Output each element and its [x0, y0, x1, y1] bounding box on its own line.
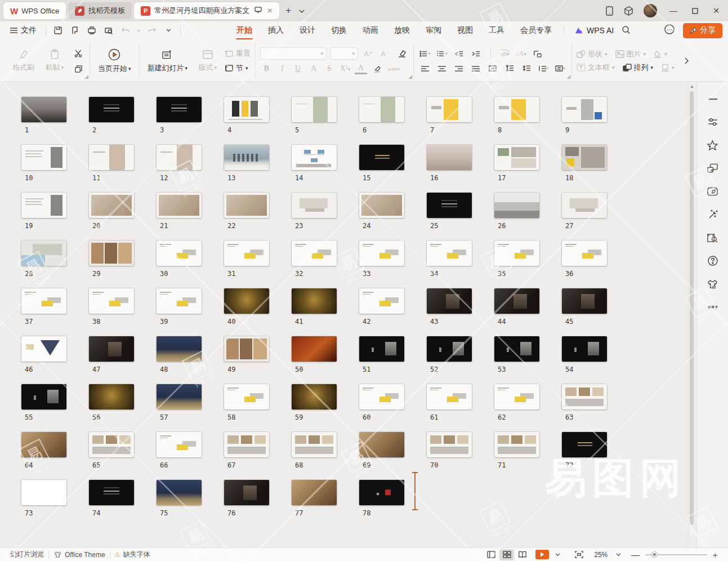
scrollbar-thumb[interactable]	[690, 91, 694, 525]
close-window-button[interactable]: ✕	[707, 2, 726, 19]
slide-thumbnail-21[interactable]	[157, 193, 202, 218]
export-pdf-icon[interactable]	[68, 24, 82, 37]
ribbon-tab-动画[interactable]: 动画	[355, 23, 386, 38]
slide-thumbnail-31[interactable]	[224, 241, 269, 266]
slide-thumbnail-52[interactable]	[427, 336, 472, 362]
slide-thumbnail-46[interactable]	[21, 336, 66, 362]
slide-thumbnail-19[interactable]	[21, 193, 66, 218]
slide-thumbnail-23[interactable]	[292, 193, 337, 218]
wps-ai-button[interactable]: WPS AI	[574, 26, 614, 35]
ribbon-tab-会员专享[interactable]: 会员专享	[513, 23, 559, 38]
slide-thumbnail-2[interactable]	[89, 97, 134, 122]
slide-thumbnail-54[interactable]	[562, 336, 607, 362]
quick-access-chevron-icon[interactable]	[161, 24, 176, 37]
slide-thumbnail-22[interactable]	[224, 193, 269, 218]
ribbon-tab-视图[interactable]: 视图	[450, 23, 480, 38]
slide-thumbnail-39[interactable]	[157, 288, 202, 314]
slide-thumbnail-15[interactable]	[359, 145, 404, 170]
tab-list-chevron-icon[interactable]	[295, 5, 309, 16]
slide-thumbnail-32[interactable]	[292, 241, 337, 266]
slide-thumbnail-7[interactable]	[427, 97, 472, 122]
slide-thumbnail-60[interactable]	[359, 384, 404, 409]
slide-thumbnail-11[interactable]	[89, 145, 134, 170]
slide-thumbnail-41[interactable]	[292, 288, 337, 314]
slide-thumbnail-28[interactable]	[21, 241, 66, 266]
zoom-out-button[interactable]: —	[627, 550, 644, 559]
help-icon[interactable]	[705, 254, 721, 268]
slide-thumbnail-18[interactable]	[562, 145, 607, 170]
slide-thumbnail-33[interactable]	[359, 241, 404, 266]
slide-thumbnail-17[interactable]	[494, 145, 539, 170]
search-icon[interactable]	[622, 25, 631, 36]
minimize-button[interactable]: —	[664, 2, 683, 19]
slide-thumbnail-35[interactable]	[494, 241, 539, 266]
slide-thumbnail-3[interactable]	[157, 97, 202, 122]
find-replace-icon[interactable]	[705, 231, 721, 244]
zoom-slider-knob[interactable]	[652, 552, 657, 557]
slide-thumbnail-69[interactable]	[359, 432, 404, 457]
featured-tools-star-icon[interactable]	[705, 139, 721, 152]
zoom-percentage[interactable]: 25%	[587, 551, 610, 559]
ribbon-tab-插入[interactable]: 插入	[261, 23, 291, 38]
ribbon-tab-切换[interactable]: 切换	[324, 23, 354, 38]
tab-docer-templates[interactable]: 找稻壳模板	[68, 2, 132, 19]
docer-resources-icon[interactable]	[705, 185, 721, 198]
ribbon-tab-工具[interactable]: 工具	[481, 23, 512, 38]
slide-thumbnail-61[interactable]	[427, 384, 472, 409]
share-button[interactable]: 分享	[683, 23, 722, 38]
slide-thumbnail-65[interactable]	[89, 432, 134, 457]
slide-thumbnail-13[interactable]	[224, 145, 269, 170]
vertical-scrollbar[interactable]: ▲	[688, 82, 694, 547]
slide-thumbnail-78[interactable]	[359, 480, 404, 505]
ribbon-expand-chevron-icon[interactable]	[680, 57, 693, 64]
pin-tab-icon[interactable]	[254, 7, 262, 15]
animation-pane-icon[interactable]	[705, 162, 721, 175]
scroll-up-arrow-icon[interactable]: ▲	[690, 84, 694, 89]
slide-thumbnail-4[interactable]	[224, 97, 269, 122]
slide-thumbnail-68[interactable]	[292, 432, 337, 457]
zoom-options-chevron-icon[interactable]	[611, 549, 626, 560]
slide-thumbnail-5[interactable]	[292, 97, 337, 122]
slide-thumbnail-8[interactable]	[494, 97, 539, 122]
slide-thumbnail-75[interactable]	[157, 480, 202, 505]
app-center-cube-icon[interactable]	[620, 3, 637, 19]
slide-thumbnail-37[interactable]	[21, 288, 66, 314]
slide-thumbnail-26[interactable]	[494, 193, 539, 218]
slide-thumbnail-63[interactable]	[562, 384, 607, 409]
slide-thumbnail-57[interactable]	[157, 384, 202, 409]
slide-thumbnail-74[interactable]	[89, 480, 134, 505]
dialog-launcher-icon[interactable]: ◢	[566, 74, 570, 79]
slide-thumbnail-56[interactable]	[89, 384, 134, 409]
slide-thumbnail-58[interactable]	[224, 384, 269, 409]
slide-thumbnail-14[interactable]	[292, 145, 337, 170]
dialog-launcher-icon[interactable]: ◢	[408, 74, 412, 79]
ribbon-tab-放映[interactable]: 放映	[387, 23, 417, 38]
slide-thumbnail-73[interactable]	[21, 480, 66, 505]
slide-thumbnail-62[interactable]	[494, 384, 539, 409]
fit-to-window-icon[interactable]	[571, 549, 586, 560]
print-preview-icon[interactable]	[101, 24, 116, 37]
collapse-panel-icon[interactable]	[705, 92, 721, 106]
theme-settings-icon[interactable]	[664, 24, 677, 37]
slide-thumbnail-43[interactable]	[427, 288, 472, 314]
maximize-button[interactable]	[685, 2, 704, 19]
object-properties-icon[interactable]	[705, 115, 721, 129]
slide-thumbnail-30[interactable]	[157, 241, 202, 266]
slide-thumbnail-40[interactable]	[224, 288, 269, 314]
ribbon-tab-设计[interactable]: 设计	[292, 23, 323, 38]
dialog-launcher-icon[interactable]: ◢	[84, 74, 88, 79]
ribbon-tab-审阅[interactable]: 审阅	[418, 23, 449, 38]
print-icon[interactable]	[84, 24, 99, 37]
zoom-in-button[interactable]: +	[708, 550, 722, 559]
slide-thumbnail-70[interactable]	[427, 432, 472, 457]
slide-thumbnail-12[interactable]	[157, 145, 202, 170]
slide-thumbnail-1[interactable]	[21, 97, 66, 122]
slide-thumbnail-47[interactable]	[89, 336, 134, 362]
ribbon-tab-开始[interactable]: 开始	[229, 23, 260, 38]
slide-sorter-view-icon[interactable]	[499, 549, 514, 560]
theme-indicator[interactable]: Office Theme	[49, 551, 110, 559]
slide-thumbnail-67[interactable]	[224, 432, 269, 457]
slide-thumbnail-10[interactable]	[21, 145, 66, 170]
slide-thumbnail-49[interactable]	[224, 336, 269, 362]
section-button[interactable]: 节▾	[225, 63, 251, 73]
